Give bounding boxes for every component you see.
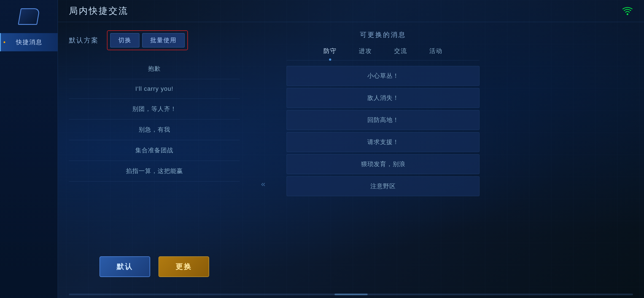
bottom-buttons: 默认 更换 [69,248,240,283]
logo [18,6,40,28]
panel-header: 默认方案 切换 批量使用 [69,30,240,50]
wifi-icon-container [622,6,633,16]
scroll-indicator [69,294,633,295]
option-item[interactable]: 敌人消失！ [287,88,479,108]
scroll-thumb [335,294,368,295]
wifi-icon [622,6,633,16]
logo-shape [18,8,40,25]
tab-item-进攻[interactable]: 进攻 [356,45,375,57]
panel-header-label: 默认方案 [69,36,99,45]
right-panel: 可更换的消息 防守进攻交流活动 小心草丛！敌人消失！回防高地！请求支援！猥琐发育… [287,30,479,283]
message-list: 抱歉I'll carry you!别团，等人齐！别急，有我集合准备团战掐指一算，… [69,58,240,248]
message-item[interactable]: 掐指一算，这把能赢 [69,161,240,182]
exchange-button[interactable]: 更换 [158,256,209,277]
sidebar-item-label: 快捷消息 [16,39,42,46]
message-item[interactable]: I'll carry you! [69,79,240,99]
default-button[interactable]: 默认 [99,256,150,277]
option-item[interactable]: 请求支援！ [287,132,479,152]
message-item[interactable]: 抱歉 [69,58,240,79]
tab-item-防守[interactable]: 防守 [321,45,339,57]
sidebar-item-quick-message[interactable]: 快捷消息 [0,33,58,51]
svg-point-0 [627,13,628,15]
category-tabs: 防守进攻交流活动 [287,45,479,60]
batch-use-button[interactable]: 批量使用 [142,33,185,47]
sidebar: 快捷消息 [0,0,58,298]
message-item[interactable]: 别急，有我 [69,119,240,140]
notification-dot [4,41,5,43]
switch-button[interactable]: 切换 [110,33,139,47]
switch-buttons-wrapper: 切换 批量使用 [107,30,188,50]
option-item[interactable]: 猥琐发育，别浪 [287,154,479,174]
message-item[interactable]: 集合准备团战 [69,140,240,161]
tab-item-交流[interactable]: 交流 [391,45,410,57]
options-list: 小心草丛！敌人消失！回防高地！请求支援！猥琐发育，别浪注意野区 [287,66,479,196]
option-item[interactable]: 注意野区 [287,176,479,196]
tab-item-活动[interactable]: 活动 [427,45,445,57]
option-item[interactable]: 回防高地！ [287,110,479,130]
main-area: 局内快捷交流 默认方案 切换 批量使用 [58,0,644,298]
right-panel-header: 可更换的消息 [287,30,479,39]
page-title: 局内快捷交流 [69,5,128,17]
option-item[interactable]: 小心草丛！ [287,66,479,86]
arrow-divider: « [256,180,270,188]
left-panel: 默认方案 切换 批量使用 抱歉I'll carry you!别团，等人齐！别急，… [69,30,240,283]
header: 局内快捷交流 [58,0,644,22]
right-panel-title: 可更换的消息 [360,31,406,38]
message-item[interactable]: 别团，等人齐！ [69,99,240,119]
content-area: 默认方案 切换 批量使用 抱歉I'll carry you!别团，等人齐！别急，… [58,22,644,291]
